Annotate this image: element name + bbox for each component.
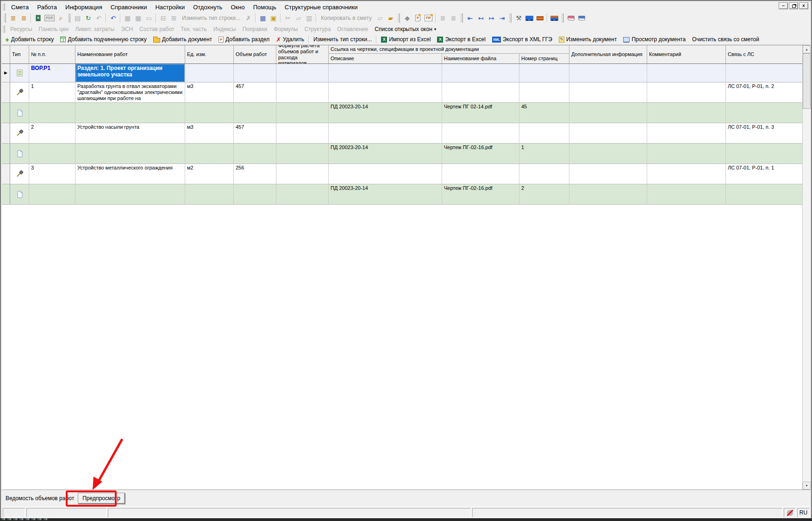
close-button[interactable]: × (799, 2, 808, 9)
tab-teh-chast[interactable]: Тех. часть (177, 25, 210, 33)
price-r-button[interactable]: Р (412, 13, 423, 23)
cell-name[interactable] (75, 184, 185, 205)
search-button[interactable]: ⌕ (56, 13, 66, 23)
promote-row-first-button[interactable]: ⇤ (465, 13, 475, 23)
cell-formula[interactable] (276, 184, 329, 205)
cell-extra[interactable] (569, 64, 647, 82)
menu-informacia[interactable]: Информация (61, 3, 106, 12)
cell-formula[interactable] (276, 64, 329, 82)
scrollbar-thumb[interactable] (803, 53, 811, 109)
cell-description[interactable]: ПД 20023-20-14 (329, 184, 442, 205)
row-type-cell[interactable] (10, 64, 29, 82)
delivery-truck-button[interactable] (549, 13, 560, 23)
row-marker-cell[interactable] (2, 144, 10, 164)
cell-ls[interactable] (726, 103, 810, 123)
cell-ls[interactable] (726, 144, 810, 164)
tab-predprosmotr[interactable]: Предпросмотр (78, 493, 125, 504)
tab-resursy[interactable]: Ресурсы (7, 25, 35, 33)
header-description[interactable]: Описание (329, 54, 442, 63)
copy-pages-colored-button[interactable]: ▰ (385, 13, 396, 23)
cell-comment[interactable] (647, 144, 726, 164)
export-xml-button[interactable]: XMLЭкспорт в XML ГГЭ (489, 35, 556, 44)
cell-name[interactable] (75, 103, 185, 123)
cell-extra[interactable] (569, 144, 647, 164)
export-excel-button[interactable]: XЭкспорт в Excel (434, 35, 488, 44)
refresh-button[interactable]: ↻ (83, 13, 94, 23)
tab-esn[interactable]: ЭСН (118, 25, 136, 33)
header-unit[interactable]: Ед. изм. (185, 45, 234, 63)
restore-button[interactable] (789, 2, 798, 9)
tab-struktura[interactable]: Структура (301, 25, 334, 33)
import-excel-button[interactable]: XИмпорт из Excel (378, 35, 434, 44)
cell-ls[interactable]: ЛС 07-01, Р-01, п. 1 (726, 164, 810, 184)
cell-extra[interactable] (569, 164, 647, 184)
row-type-cell[interactable] (10, 123, 29, 144)
header-formula[interactable]: Формула расчета объемов работ и расхода … (276, 45, 329, 63)
change-row-type-button[interactable]: Изменить тип строки... (310, 35, 375, 44)
estimates-book-blue-button[interactable] (576, 13, 587, 23)
cell-volume[interactable]: 457 (234, 82, 276, 103)
cell-comment[interactable] (647, 184, 726, 205)
menu-spravochniki[interactable]: Справочники (106, 3, 151, 12)
cell-unit[interactable] (185, 64, 234, 82)
cell-name[interactable]: Устройство металлического ограждения (75, 164, 185, 184)
cell-formula[interactable] (276, 164, 329, 184)
cell-file[interactable] (442, 82, 519, 103)
row-type-cell[interactable] (10, 144, 29, 164)
cell-unit[interactable] (185, 144, 234, 164)
row-type-cell[interactable] (10, 103, 29, 123)
cell-name[interactable] (75, 144, 185, 164)
header-num[interactable]: № п.п. (29, 45, 75, 63)
row-type-cell[interactable] (10, 184, 29, 205)
cell-num[interactable] (29, 184, 75, 205)
row-marker-cell[interactable] (2, 123, 10, 144)
cell-comment[interactable] (647, 164, 726, 184)
cell-extra[interactable] (569, 184, 647, 205)
cell-num[interactable] (29, 103, 75, 123)
add-sub-row-button[interactable]: Добавить подчиненную строку (57, 35, 150, 44)
clear-link-button[interactable]: Очистить связь со сметой (689, 35, 762, 44)
cell-pages[interactable] (519, 164, 569, 184)
tab-limit-zatraty[interactable]: Лимит. затраты (72, 25, 118, 33)
header-comment[interactable]: Комментарий (647, 45, 726, 63)
comment-bubble-button[interactable]: ▭ (144, 13, 154, 23)
cell-file[interactable]: Чертеж ПГ 02-14.pdf (442, 103, 519, 123)
header-file[interactable]: Наименование файла (442, 54, 519, 63)
cell-unit[interactable]: м2 (185, 164, 234, 184)
cell-file[interactable]: Чертеж ПГ-02-16.pdf (442, 144, 519, 164)
tab-popravki[interactable]: Поправки (239, 25, 270, 33)
menu-otdohnut[interactable]: Отдохнуть (189, 3, 226, 12)
scroll-up-button[interactable]: ▲ (803, 45, 811, 53)
copy-to-estimate-button[interactable]: Копировать в смету (318, 13, 375, 23)
row-type-cell[interactable] (10, 82, 29, 103)
add-section-button[interactable]: РДобавить раздел (215, 35, 273, 44)
delete-row-button[interactable]: ✗ (243, 13, 254, 23)
cell-description[interactable] (329, 82, 442, 103)
tab-spisok-otkrytyh-okon[interactable]: Список открытых окон ▾ (371, 25, 439, 33)
cell-description[interactable]: ПД 20023-20-14 (329, 144, 442, 164)
cell-pages[interactable]: 2 (519, 184, 569, 205)
vertical-scrollbar[interactable]: ▲ ▼ (802, 45, 810, 490)
header-volume[interactable]: Объем работ (234, 45, 276, 63)
cell-ls[interactable]: ЛС 07-01, Р-01, п. 3 (726, 123, 810, 144)
copy-pages-button[interactable]: ▱ (375, 13, 385, 23)
cut-button[interactable]: ✂ (282, 13, 293, 23)
cell-num[interactable] (29, 144, 75, 164)
menu-smeta[interactable]: Смета (7, 3, 33, 12)
cell-volume[interactable] (234, 64, 276, 82)
header-ls[interactable]: Связь с ЛС (726, 45, 810, 63)
estimates-book-pink-button[interactable] (566, 13, 576, 23)
change-row-type-toolbar-button[interactable]: Изменить тип строки... (179, 13, 243, 23)
structure-tree-button[interactable]: ≣ (8, 13, 19, 23)
tab-indeksy[interactable]: Индексы (210, 25, 239, 33)
header-group-links[interactable]: Ссылка на чертежи, спецификации в проект… (329, 45, 569, 54)
delete-rows-tree-button[interactable]: ≣ (448, 13, 459, 23)
calculator-button[interactable]: ▦ (257, 13, 268, 23)
menu-okno[interactable]: Окно (226, 3, 249, 12)
add-record-button[interactable]: ▦ (122, 13, 133, 23)
tab-vedomost[interactable]: Ведомость объемов работ (2, 493, 77, 503)
undo-button[interactable]: ↶ (94, 13, 104, 23)
scroll-down-button[interactable]: ▼ (803, 482, 811, 490)
copy-button[interactable]: ▱ (293, 13, 304, 23)
edit-document-button[interactable]: ✎Изменить документ (556, 35, 620, 44)
